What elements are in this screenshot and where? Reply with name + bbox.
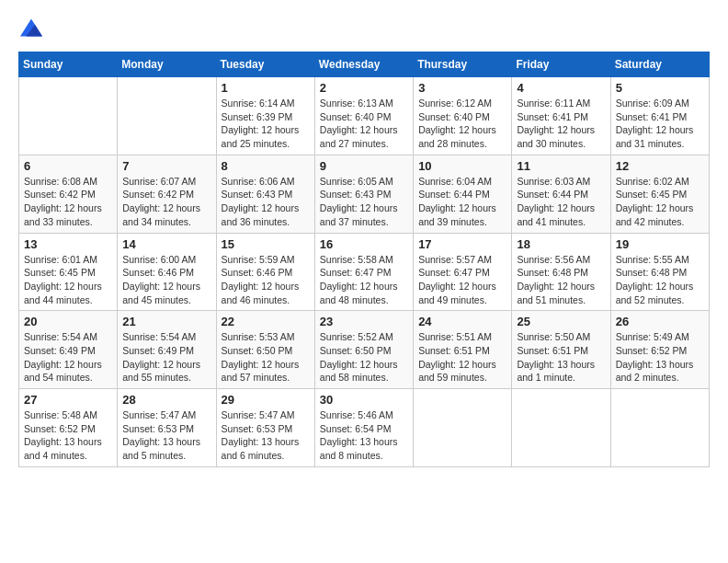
day-number: 29 — [222, 393, 310, 407]
day-number: 22 — [222, 315, 310, 328]
cell-content: Sunrise: 6:11 AMSunset: 6:41 PMDaylight:… — [517, 97, 605, 151]
day-number: 25 — [517, 315, 605, 328]
calendar-cell: 5Sunrise: 6:09 AMSunset: 6:41 PMDaylight… — [610, 77, 709, 155]
day-of-week-header: Wednesday — [314, 52, 413, 77]
calendar-cell: 4Sunrise: 6:11 AMSunset: 6:41 PMDaylight… — [512, 77, 610, 155]
calendar-cell: 28Sunrise: 5:47 AMSunset: 6:53 PMDayligh… — [118, 389, 216, 467]
cell-content: Sunrise: 6:01 AMSunset: 6:45 PMDaylight:… — [24, 253, 112, 307]
cell-content: Sunrise: 5:47 AMSunset: 6:53 PMDaylight:… — [122, 408, 210, 463]
cell-content: Sunrise: 6:00 AMSunset: 6:46 PMDaylight:… — [122, 253, 210, 307]
page-header — [18, 18, 710, 37]
calendar-cell — [512, 389, 610, 467]
cell-content: Sunrise: 6:03 AMSunset: 6:44 PMDaylight:… — [517, 175, 605, 229]
calendar-cell: 19Sunrise: 5:55 AMSunset: 6:48 PMDayligh… — [610, 233, 709, 311]
cell-content: Sunrise: 5:53 AMSunset: 6:50 PMDaylight:… — [222, 330, 310, 385]
day-number: 28 — [122, 393, 210, 407]
cell-content: Sunrise: 6:14 AMSunset: 6:39 PMDaylight:… — [222, 97, 310, 151]
cell-content: Sunrise: 6:08 AMSunset: 6:42 PMDaylight:… — [24, 175, 112, 229]
cell-content: Sunrise: 5:47 AMSunset: 6:53 PMDaylight:… — [222, 408, 310, 463]
calendar-table: SundayMondayTuesdayWednesdayThursdayFrid… — [18, 52, 710, 467]
calendar-cell — [414, 389, 512, 467]
calendar-cell: 23Sunrise: 5:52 AMSunset: 6:50 PMDayligh… — [314, 311, 413, 389]
cell-content: Sunrise: 5:57 AMSunset: 6:47 PMDaylight:… — [418, 253, 506, 307]
calendar-cell: 1Sunrise: 6:14 AMSunset: 6:39 PMDaylight… — [216, 77, 314, 155]
cell-content: Sunrise: 6:09 AMSunset: 6:41 PMDaylight:… — [616, 97, 704, 151]
day-number: 10 — [418, 159, 506, 173]
calendar-header-row: SundayMondayTuesdayWednesdayThursdayFrid… — [19, 52, 710, 77]
calendar-cell: 12Sunrise: 6:02 AMSunset: 6:45 PMDayligh… — [610, 155, 709, 233]
day-of-week-header: Friday — [512, 52, 610, 77]
calendar-cell: 21Sunrise: 5:54 AMSunset: 6:49 PMDayligh… — [118, 311, 216, 389]
day-number: 3 — [418, 81, 506, 95]
cell-content: Sunrise: 6:02 AMSunset: 6:45 PMDaylight:… — [616, 175, 704, 229]
day-number: 18 — [517, 237, 605, 251]
day-number: 15 — [222, 237, 310, 251]
day-number: 13 — [24, 237, 112, 251]
cell-content: Sunrise: 6:06 AMSunset: 6:43 PMDaylight:… — [222, 175, 310, 229]
day-number: 8 — [222, 159, 310, 173]
calendar-cell — [118, 77, 216, 155]
logo-icon — [20, 18, 42, 37]
day-number: 16 — [320, 237, 408, 251]
calendar-cell: 14Sunrise: 6:00 AMSunset: 6:46 PMDayligh… — [118, 233, 216, 311]
calendar-cell: 7Sunrise: 6:07 AMSunset: 6:42 PMDaylight… — [118, 155, 216, 233]
calendar-cell: 3Sunrise: 6:12 AMSunset: 6:40 PMDaylight… — [414, 77, 512, 155]
day-number: 9 — [320, 159, 408, 173]
cell-content: Sunrise: 5:55 AMSunset: 6:48 PMDaylight:… — [616, 253, 704, 307]
day-number: 11 — [517, 159, 605, 173]
calendar-cell: 8Sunrise: 6:06 AMSunset: 6:43 PMDaylight… — [216, 155, 314, 233]
cell-content: Sunrise: 5:48 AMSunset: 6:52 PMDaylight:… — [24, 408, 112, 463]
day-number: 21 — [122, 315, 210, 328]
calendar-cell — [19, 77, 118, 155]
calendar-week-row: 20Sunrise: 5:54 AMSunset: 6:49 PMDayligh… — [19, 311, 710, 389]
day-of-week-header: Sunday — [19, 52, 118, 77]
calendar-week-row: 1Sunrise: 6:14 AMSunset: 6:39 PMDaylight… — [19, 77, 710, 155]
day-number: 7 — [122, 159, 210, 173]
calendar-cell: 25Sunrise: 5:50 AMSunset: 6:51 PMDayligh… — [512, 311, 610, 389]
cell-content: Sunrise: 6:13 AMSunset: 6:40 PMDaylight:… — [320, 97, 408, 151]
calendar-cell: 11Sunrise: 6:03 AMSunset: 6:44 PMDayligh… — [512, 155, 610, 233]
cell-content: Sunrise: 5:46 AMSunset: 6:54 PMDaylight:… — [320, 408, 408, 463]
day-number: 5 — [616, 81, 704, 95]
calendar-cell: 6Sunrise: 6:08 AMSunset: 6:42 PMDaylight… — [19, 155, 118, 233]
day-of-week-header: Thursday — [414, 52, 512, 77]
calendar-cell: 20Sunrise: 5:54 AMSunset: 6:49 PMDayligh… — [19, 311, 118, 389]
day-of-week-header: Monday — [118, 52, 216, 77]
day-number: 4 — [517, 81, 605, 95]
calendar-cell: 24Sunrise: 5:51 AMSunset: 6:51 PMDayligh… — [414, 311, 512, 389]
day-of-week-header: Saturday — [610, 52, 709, 77]
calendar-week-row: 13Sunrise: 6:01 AMSunset: 6:45 PMDayligh… — [19, 233, 710, 311]
calendar-week-row: 6Sunrise: 6:08 AMSunset: 6:42 PMDaylight… — [19, 155, 710, 233]
calendar-cell: 10Sunrise: 6:04 AMSunset: 6:44 PMDayligh… — [414, 155, 512, 233]
day-number: 30 — [320, 393, 408, 407]
cell-content: Sunrise: 5:59 AMSunset: 6:46 PMDaylight:… — [222, 253, 310, 307]
cell-content: Sunrise: 5:54 AMSunset: 6:49 PMDaylight:… — [122, 330, 210, 385]
day-number: 23 — [320, 315, 408, 328]
day-number: 6 — [24, 159, 112, 173]
calendar-cell: 9Sunrise: 6:05 AMSunset: 6:43 PMDaylight… — [314, 155, 413, 233]
day-number: 20 — [24, 315, 112, 328]
calendar-cell: 16Sunrise: 5:58 AMSunset: 6:47 PMDayligh… — [314, 233, 413, 311]
day-number: 19 — [616, 237, 704, 251]
day-number: 17 — [418, 237, 506, 251]
calendar-cell: 29Sunrise: 5:47 AMSunset: 6:53 PMDayligh… — [216, 389, 314, 467]
cell-content: Sunrise: 5:58 AMSunset: 6:47 PMDaylight:… — [320, 253, 408, 307]
cell-content: Sunrise: 5:51 AMSunset: 6:51 PMDaylight:… — [418, 330, 506, 385]
cell-content: Sunrise: 5:52 AMSunset: 6:50 PMDaylight:… — [320, 330, 408, 385]
calendar-cell: 17Sunrise: 5:57 AMSunset: 6:47 PMDayligh… — [414, 233, 512, 311]
day-number: 2 — [320, 81, 408, 95]
calendar-cell: 30Sunrise: 5:46 AMSunset: 6:54 PMDayligh… — [314, 389, 413, 467]
day-number: 27 — [24, 393, 112, 407]
day-number: 1 — [222, 81, 310, 95]
calendar-cell — [610, 389, 709, 467]
calendar-cell: 2Sunrise: 6:13 AMSunset: 6:40 PMDaylight… — [314, 77, 413, 155]
day-of-week-header: Tuesday — [216, 52, 314, 77]
calendar-cell: 13Sunrise: 6:01 AMSunset: 6:45 PMDayligh… — [19, 233, 118, 311]
cell-content: Sunrise: 6:07 AMSunset: 6:42 PMDaylight:… — [122, 175, 210, 229]
day-number: 14 — [122, 237, 210, 251]
calendar-cell: 15Sunrise: 5:59 AMSunset: 6:46 PMDayligh… — [216, 233, 314, 311]
day-number: 24 — [418, 315, 506, 328]
cell-content: Sunrise: 5:50 AMSunset: 6:51 PMDaylight:… — [517, 330, 605, 385]
calendar-cell: 22Sunrise: 5:53 AMSunset: 6:50 PMDayligh… — [216, 311, 314, 389]
calendar-cell: 26Sunrise: 5:49 AMSunset: 6:52 PMDayligh… — [610, 311, 709, 389]
